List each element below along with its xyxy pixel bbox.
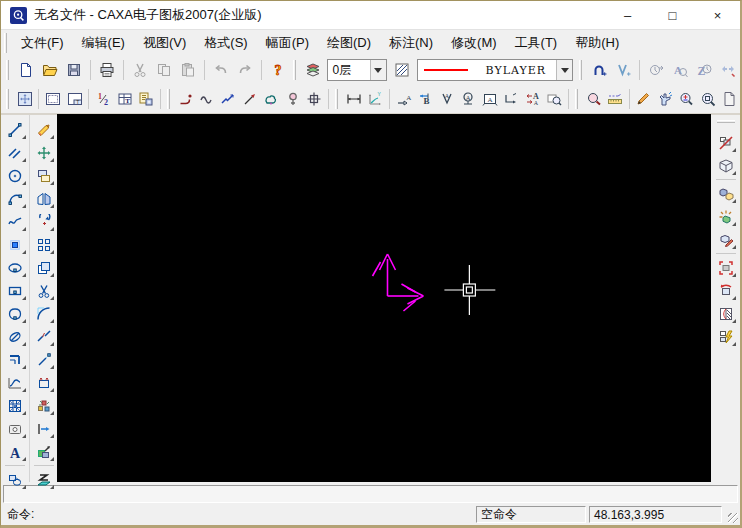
- line-button[interactable]: [3, 118, 28, 141]
- undo-button[interactable]: [209, 57, 233, 83]
- menu-item-8[interactable]: 修改(M): [442, 30, 506, 56]
- leader-button[interactable]: [239, 87, 260, 112]
- view-bracket-button[interactable]: [713, 256, 738, 279]
- print-button[interactable]: [95, 57, 119, 83]
- menu-item-10[interactable]: 帮助(H): [566, 30, 628, 56]
- hole-button[interactable]: [282, 87, 303, 112]
- zoom-window-button[interactable]: [697, 87, 718, 112]
- polyline-button[interactable]: [175, 87, 196, 112]
- maximize-button[interactable]: □: [650, 1, 695, 29]
- toolbar-grip[interactable]: [293, 60, 296, 80]
- minimize-button[interactable]: –: [605, 1, 650, 29]
- drag-hand-button[interactable]: [654, 87, 675, 112]
- explode-button[interactable]: [31, 394, 56, 417]
- z-order-button[interactable]: [31, 468, 56, 491]
- menu-item-6[interactable]: 绘图(D): [318, 30, 380, 56]
- menu-item-4[interactable]: 格式(S): [195, 30, 256, 56]
- paste-button[interactable]: [176, 57, 200, 83]
- sketch-pencil-button[interactable]: [633, 87, 654, 112]
- eraser-button[interactable]: [31, 118, 56, 141]
- extend-button[interactable]: [31, 348, 56, 371]
- corner-poly-button[interactable]: [3, 348, 28, 371]
- linear-dim-button[interactable]: [343, 87, 364, 112]
- drawing-canvas[interactable]: [57, 114, 711, 482]
- menu-item-5[interactable]: 幅面(P): [257, 30, 318, 56]
- move-button[interactable]: [31, 141, 56, 164]
- ortho-n-button[interactable]: [587, 57, 611, 83]
- block-button[interactable]: [3, 468, 28, 491]
- linetype-button[interactable]: [390, 57, 414, 83]
- table-button[interactable]: T: [114, 87, 135, 112]
- frame-button[interactable]: [42, 87, 63, 112]
- align-edge-button[interactable]: [31, 371, 56, 394]
- chevron-down-icon[interactable]: [556, 60, 572, 80]
- zoom-detail-button[interactable]: [543, 87, 564, 112]
- edit-block-button[interactable]: [713, 228, 738, 251]
- copy-button[interactable]: [152, 57, 176, 83]
- weld-symbol-button[interactable]: [304, 87, 325, 112]
- save-button[interactable]: [62, 57, 86, 83]
- title-block-button[interactable]: T: [64, 87, 85, 112]
- menu-item-9[interactable]: 工具(T): [506, 30, 567, 56]
- circle-button[interactable]: [3, 164, 28, 187]
- toolbar-grip[interactable]: [717, 120, 735, 123]
- corner-leader-button[interactable]: [500, 87, 521, 112]
- cut-button[interactable]: [128, 57, 152, 83]
- check-button[interactable]: [583, 87, 604, 112]
- roughness-button[interactable]: A: [457, 87, 478, 112]
- ellipse-button[interactable]: [3, 256, 28, 279]
- wave-button[interactable]: [196, 87, 217, 112]
- rectangle-button[interactable]: [3, 279, 28, 302]
- coord-dim-button[interactable]: Y: [365, 87, 386, 112]
- zoom-inout-button[interactable]: [676, 87, 697, 112]
- section-view-button[interactable]: [713, 302, 738, 325]
- menu-item-7[interactable]: 标注(N): [380, 30, 442, 56]
- color-linetype-select[interactable]: BYLAYER: [417, 59, 574, 81]
- rotate-view-button[interactable]: [713, 279, 738, 302]
- menu-item-1[interactable]: 文件(F): [12, 30, 73, 56]
- toolbar-grip[interactable]: [579, 60, 582, 80]
- zigzag-button[interactable]: [218, 87, 239, 112]
- profile-curve-button[interactable]: [3, 371, 28, 394]
- offset-button[interactable]: [31, 256, 56, 279]
- copy-block-button[interactable]: [713, 182, 738, 205]
- contour-button[interactable]: [261, 87, 282, 112]
- open-folder-button[interactable]: [38, 57, 62, 83]
- chevron-down-icon[interactable]: [370, 60, 386, 80]
- datum-b-button[interactable]: B: [415, 87, 436, 112]
- serial-number-button[interactable]: 12: [92, 87, 113, 112]
- layer-select[interactable]: 0层: [327, 59, 386, 81]
- datum-button[interactable]: A: [393, 87, 414, 112]
- scatter-arrows-button[interactable]: [716, 57, 740, 83]
- text-style-button[interactable]: AA: [522, 87, 543, 112]
- trim-button[interactable]: [31, 279, 56, 302]
- hatch-pen-button[interactable]: [3, 325, 28, 348]
- point-button[interactable]: [3, 233, 28, 256]
- new-file-button[interactable]: [14, 57, 38, 83]
- help-button[interactable]: ?: [266, 57, 290, 83]
- dynamic-pan-button[interactable]: [644, 57, 668, 83]
- stamp-button[interactable]: [3, 417, 28, 440]
- toolbar-grip[interactable]: [335, 89, 338, 109]
- rotate-button[interactable]: [31, 210, 56, 233]
- text-button[interactable]: A: [3, 440, 28, 463]
- ortho-v-button[interactable]: [611, 57, 635, 83]
- block-hide-button[interactable]: [713, 131, 738, 154]
- layers-button[interactable]: [301, 57, 325, 83]
- fillet-button[interactable]: [31, 302, 56, 325]
- tolerance-button[interactable]: A: [436, 87, 457, 112]
- spline-button[interactable]: [3, 210, 28, 233]
- toolbar-grip[interactable]: [6, 60, 9, 80]
- break-button[interactable]: [31, 325, 56, 348]
- box-a-button[interactable]: A: [479, 87, 500, 112]
- grid-hatch-button[interactable]: [3, 394, 28, 417]
- ruler-button[interactable]: [604, 87, 625, 112]
- iso-box-button[interactable]: [713, 154, 738, 177]
- paste-image-button[interactable]: [31, 440, 56, 463]
- zoom-extents-button[interactable]: [14, 87, 35, 112]
- zoom-text-button[interactable]: A: [668, 57, 692, 83]
- command-history-strip[interactable]: [3, 485, 738, 503]
- arc-button[interactable]: [3, 187, 28, 210]
- parts-library-button[interactable]: [135, 87, 156, 112]
- close-button[interactable]: ×: [695, 1, 740, 29]
